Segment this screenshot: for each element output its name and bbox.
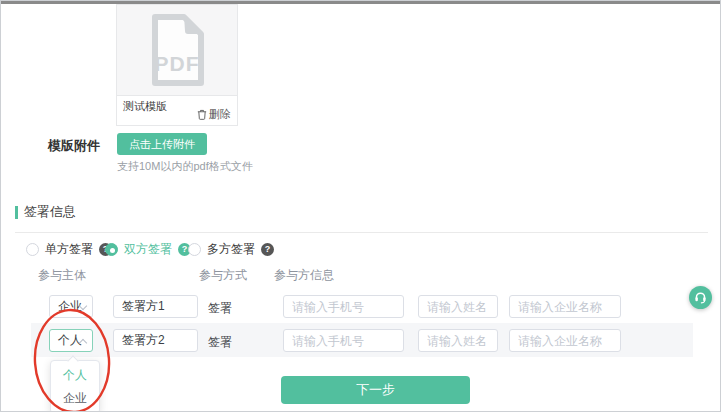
section-divider xyxy=(15,232,708,233)
radio-circle-selected[interactable] xyxy=(105,243,118,256)
trash-icon xyxy=(197,109,207,120)
dropdown-option-enterprise[interactable]: 企业 xyxy=(51,387,99,410)
template-attachment-label: 模版附件 xyxy=(48,137,100,155)
signer-name-input-row2[interactable] xyxy=(113,329,198,352)
help-icon[interactable]: ? xyxy=(261,243,274,256)
section-title-text: 签署信息 xyxy=(24,203,76,221)
company-name-input-row1[interactable] xyxy=(509,295,621,318)
header-participant-info: 参与方信息 xyxy=(274,267,334,284)
phone-input-row2[interactable] xyxy=(283,329,404,352)
header-participant-subject: 参与主体 xyxy=(38,267,86,284)
upload-button[interactable]: 点击上传附件 xyxy=(117,133,207,155)
pdf-file-icon: PDF xyxy=(144,10,210,90)
radio-circle[interactable] xyxy=(26,243,39,256)
subject-select-value: 个人 xyxy=(58,332,82,349)
section-title-sign-info: 签署信息 xyxy=(15,203,76,221)
radio-label: 单方签署 xyxy=(45,241,93,258)
customer-service-button[interactable] xyxy=(689,286,712,309)
method-text-row2: 签署 xyxy=(208,334,232,351)
template-sign-form-page: PDF 测试模版 删除 模版附件 点击上传附件 支持10M以内的pdf格式文件 … xyxy=(0,0,721,412)
section-accent-bar xyxy=(15,206,18,219)
radio-two-party[interactable]: 双方签署 ? xyxy=(105,241,191,258)
phone-input-row1[interactable] xyxy=(283,295,404,318)
radio-label: 双方签署 xyxy=(124,241,172,258)
person-name-input-row1[interactable] xyxy=(418,295,498,318)
file-name: 测试模版 xyxy=(123,99,167,114)
next-step-button[interactable]: 下一步 xyxy=(281,376,470,404)
top-divider xyxy=(1,1,721,4)
upload-hint: 支持10M以内的pdf格式文件 xyxy=(117,159,253,174)
delete-label: 删除 xyxy=(209,107,231,122)
subject-select-row1[interactable]: 企业 xyxy=(49,295,93,318)
radio-circle[interactable] xyxy=(188,243,201,256)
radio-multi-party[interactable]: 多方签署 ? xyxy=(188,241,274,258)
file-caption: 测试模版 删除 xyxy=(117,95,237,125)
company-name-input-row2[interactable] xyxy=(509,329,621,352)
pdf-type-label: PDF xyxy=(144,52,210,76)
subject-select-row2[interactable]: 个人 xyxy=(49,329,93,352)
dropdown-option-person[interactable]: 个人 xyxy=(51,364,99,387)
header-participant-method: 参与方式 xyxy=(199,267,247,284)
subject-dropdown-panel: 个人 企业 xyxy=(50,360,100,412)
signer-name-input-row1[interactable] xyxy=(113,295,198,318)
radio-label: 多方签署 xyxy=(207,241,255,258)
pdf-thumbnail: PDF xyxy=(117,5,237,95)
radio-single-party[interactable]: 单方签署 ? xyxy=(26,241,112,258)
method-text-row1: 签署 xyxy=(208,300,232,317)
person-name-input-row2[interactable] xyxy=(418,329,498,352)
delete-file-button[interactable]: 删除 xyxy=(197,107,231,122)
uploaded-file-card: PDF 测试模版 删除 xyxy=(116,4,238,126)
headset-icon xyxy=(693,290,708,305)
